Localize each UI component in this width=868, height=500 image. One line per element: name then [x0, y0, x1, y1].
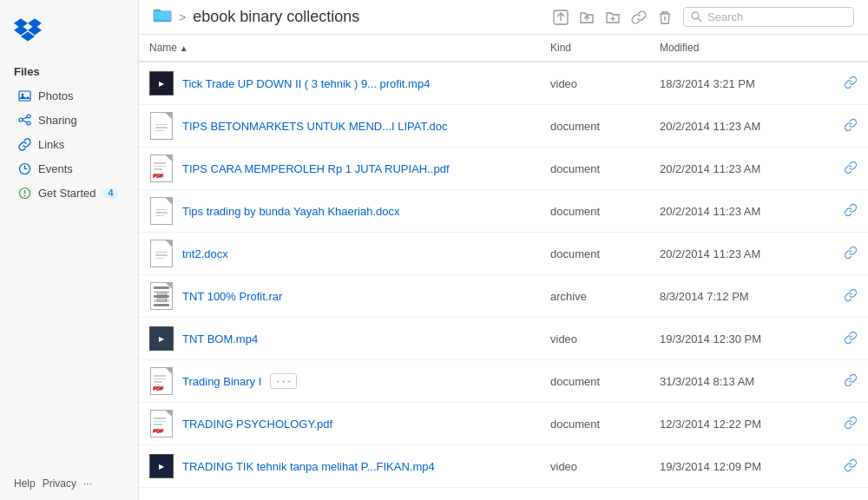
- modified-cell: 12/3/2014 12:22 PM: [649, 403, 832, 445]
- sharing-icon: [17, 113, 31, 127]
- kind-cell: archive: [540, 275, 649, 318]
- kind-cell: document: [540, 190, 649, 233]
- context-tooltip: · · ·: [270, 373, 297, 389]
- upload-folder-button[interactable]: [579, 10, 595, 25]
- kind-cell: video: [540, 318, 649, 360]
- upload-file-button[interactable]: [553, 10, 569, 25]
- events-icon: [17, 161, 31, 175]
- doc-icon: [150, 112, 173, 140]
- header: > ebook binary collections: [139, 0, 868, 35]
- share-link-button[interactable]: [844, 332, 858, 347]
- file-icon: PDF: [149, 366, 174, 396]
- folder-icon[interactable]: [153, 7, 172, 27]
- kind-cell: document: [540, 403, 649, 445]
- name-cell[interactable]: PDF TRADING PSYCHOLOGY.pdf: [139, 403, 540, 445]
- svg-point-8: [27, 115, 30, 118]
- table-row[interactable]: TRADING TIK tehnik tanpa melihat P...FIK…: [139, 445, 868, 488]
- table-row[interactable]: PDF TRADING PSYCHOLOGY.pdf document 12/3…: [139, 403, 868, 445]
- sidebar-item-get-started[interactable]: Get Started 4: [3, 181, 135, 204]
- file-name: Tips trading by bunda Yayah Khaeriah.doc…: [182, 205, 400, 218]
- actions-cell: [832, 62, 868, 105]
- share-link-button[interactable]: [844, 205, 858, 220]
- col-modified-header[interactable]: Modified: [649, 35, 832, 62]
- links-icon: [17, 137, 31, 151]
- search-box[interactable]: [683, 7, 854, 27]
- modified-cell: 20/2/2014 11:23 AM: [649, 105, 832, 148]
- sidebar-item-sharing-label: Sharing: [38, 114, 77, 127]
- sidebar-item-sharing[interactable]: Sharing: [3, 109, 135, 131]
- share-link-button[interactable]: [844, 247, 858, 262]
- name-cell[interactable]: tnt2.docx: [139, 233, 540, 275]
- file-icon: [149, 451, 174, 481]
- table-row[interactable]: Tips trading by bunda Yayah Khaeriah.doc…: [139, 190, 868, 233]
- modified-cell: 19/3/2014 12:09 PM: [649, 445, 832, 488]
- share-link-button[interactable]: [844, 77, 858, 92]
- file-icon: [149, 239, 174, 268]
- svg-point-15: [23, 194, 25, 196]
- file-name: Trading Binary I: [182, 375, 261, 388]
- doc-icon: [150, 240, 173, 267]
- share-link-button[interactable]: [844, 162, 858, 177]
- table-row[interactable]: PDF TIPS CARA MEMPEROLEH Rp 1 JUTA RUPIA…: [139, 148, 868, 190]
- name-cell[interactable]: TNT BOM.mp4: [139, 318, 540, 360]
- name-cell[interactable]: Tick Trade UP DOWN II ( 3 tehnik ) 9... …: [139, 62, 540, 105]
- table-row[interactable]: TNT 100% Profit.rar archive 8/3/2014 7:1…: [139, 275, 868, 318]
- photo-icon: [17, 89, 31, 102]
- name-cell[interactable]: TIPS BETONMARKETS UNTUK MEND...I LIPAT.d…: [139, 105, 540, 148]
- video-thumbnail: [149, 326, 174, 351]
- privacy-link[interactable]: Privacy: [43, 477, 76, 490]
- doc-icon: [150, 197, 173, 225]
- actions-cell: [832, 233, 868, 275]
- sidebar-item-photos[interactable]: Photos: [3, 84, 135, 107]
- table-row[interactable]: TNT BOM.mp4 video 19/3/2014 12:30 PM: [139, 318, 868, 360]
- kind-cell: document: [540, 148, 649, 190]
- table-header-row: Name Kind Modified: [139, 35, 868, 62]
- col-actions-header: [832, 35, 868, 62]
- svg-point-9: [27, 122, 30, 125]
- name-cell[interactable]: TNT 100% Profit.rar: [139, 275, 540, 318]
- col-kind-header[interactable]: Kind: [540, 35, 649, 62]
- more-link[interactable]: ···: [83, 477, 92, 490]
- sidebar-item-links[interactable]: Links: [3, 133, 135, 155]
- dropbox-logo: [0, 9, 138, 60]
- sidebar-bottom: Help Privacy ···: [0, 467, 138, 500]
- kind-cell: document: [540, 105, 649, 148]
- table-row[interactable]: PDF Trading Binary I · · · document 31/3…: [139, 360, 868, 403]
- share-link-button[interactable]: [844, 418, 858, 432]
- svg-line-21: [698, 18, 701, 22]
- name-cell[interactable]: PDF TIPS CARA MEMPEROLEH Rp 1 JUTA RUPIA…: [139, 148, 540, 190]
- table-row[interactable]: TIPS BETONMARKETS UNTUK MEND...I LIPAT.d…: [139, 105, 868, 148]
- share-link-button[interactable]: [844, 120, 858, 135]
- sidebar-item-get-started-label: Get Started: [38, 187, 95, 200]
- sidebar-item-photos-label: Photos: [38, 89, 73, 102]
- file-icon: [149, 324, 174, 353]
- share-link-button[interactable]: [844, 290, 858, 305]
- sidebar-item-links-label: Links: [38, 138, 64, 151]
- name-cell[interactable]: Tips trading by bunda Yayah Khaeriah.doc…: [139, 190, 540, 233]
- modified-cell: 31/3/2014 8:13 AM: [649, 360, 832, 403]
- modified-cell: 8/3/2014 7:12 PM: [649, 275, 832, 318]
- svg-point-20: [692, 12, 699, 19]
- search-input[interactable]: [707, 10, 846, 23]
- main-content: > ebook binary collections: [139, 0, 868, 500]
- delete-button[interactable]: [657, 10, 673, 25]
- share-link-button[interactable]: [844, 375, 858, 390]
- table-row[interactable]: Tick Trade UP DOWN II ( 3 tehnik ) 9... …: [139, 62, 868, 105]
- name-cell[interactable]: TRADING TIK tehnik tanpa melihat P...FIK…: [139, 445, 540, 488]
- svg-line-11: [23, 120, 27, 122]
- modified-cell: 20/2/2014 11:23 AM: [649, 233, 832, 275]
- help-link[interactable]: Help: [14, 477, 36, 490]
- sidebar-item-events[interactable]: Events: [3, 157, 135, 180]
- link-button[interactable]: [631, 10, 647, 25]
- share-link-button[interactable]: [844, 460, 858, 475]
- file-name: Tick Trade UP DOWN II ( 3 tehnik ) 9... …: [182, 77, 430, 90]
- kind-cell: video: [540, 445, 649, 488]
- file-name: TRADING TIK tehnik tanpa melihat P...FIK…: [182, 460, 435, 473]
- new-folder-button[interactable]: [605, 10, 621, 25]
- actions-cell: [832, 318, 868, 360]
- actions-cell: [832, 445, 868, 488]
- table-row[interactable]: tnt2.docx document 20/2/2014 11:23 AM: [139, 233, 868, 275]
- name-cell[interactable]: PDF Trading Binary I · · ·: [139, 360, 540, 403]
- col-name-header[interactable]: Name: [139, 35, 540, 62]
- video-thumbnail: [149, 454, 174, 478]
